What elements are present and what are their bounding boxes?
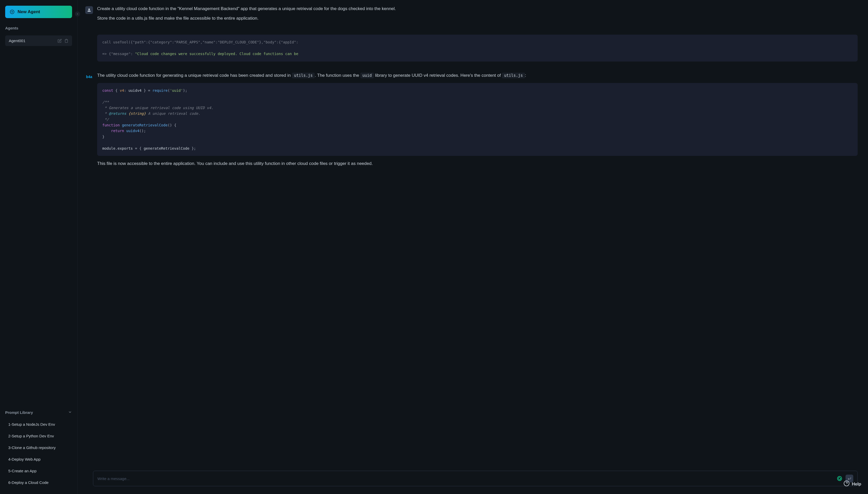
chevron-down-icon bbox=[68, 410, 72, 415]
bot-text: library to generate UUID v4 retrieval co… bbox=[374, 73, 502, 78]
user-message-row: Create a utility cloud code function in … bbox=[85, 5, 858, 24]
agent-item[interactable]: Agent001 bbox=[5, 35, 72, 46]
tool-output-content: call useTool({"path":{"category":"PARSE_… bbox=[97, 31, 858, 65]
user-text-line2: Store the code in a utils.js file and ma… bbox=[97, 15, 858, 22]
new-agent-label: New Agent bbox=[18, 9, 40, 15]
chat-scroll[interactable]: Create a utility cloud code function in … bbox=[78, 0, 868, 467]
new-agent-button[interactable]: New Agent bbox=[5, 6, 72, 18]
svg-point-3 bbox=[837, 476, 842, 481]
bot-message-row: b4a The utility cloud code function for … bbox=[85, 72, 858, 170]
sidebar: New Agent Agents Agent001 bbox=[0, 0, 78, 494]
prompt-item-5[interactable]: 5-Create an App bbox=[5, 465, 72, 477]
prompt-library-header[interactable]: Prompt Library bbox=[5, 408, 72, 417]
code-block-utils-content: const { v4: uuidv4 } = require('uuid'); … bbox=[97, 83, 858, 156]
prompt-list: 1-Setup a NodeJs Dev Env 2-Setup a Pytho… bbox=[5, 419, 72, 488]
message-input[interactable] bbox=[97, 476, 837, 481]
agents-section-title: Agents bbox=[5, 26, 72, 30]
prompt-item-2[interactable]: 2-Setup a Python Dev Env bbox=[5, 430, 72, 442]
help-label: Help bbox=[852, 481, 861, 487]
bot-text: . The function uses the bbox=[315, 73, 360, 78]
prompt-library-section: Prompt Library 1-Setup a NodeJs Dev Env … bbox=[5, 408, 72, 488]
help-icon bbox=[844, 480, 850, 488]
user-avatar bbox=[85, 6, 93, 14]
user-text-line1: Create a utility cloud code function in … bbox=[97, 5, 858, 12]
tool-output-row: call useTool({"path":{"category":"PARSE_… bbox=[85, 31, 858, 65]
bot-para-2: This file is now accessible to the entir… bbox=[97, 160, 858, 167]
prompt-library-title: Prompt Library bbox=[5, 410, 33, 415]
edit-icon[interactable] bbox=[58, 39, 62, 43]
inline-code-utils2: utils.js bbox=[502, 73, 525, 78]
inline-code-uuid: uuid bbox=[360, 73, 374, 78]
agent-name: Agent001 bbox=[9, 39, 25, 43]
inline-code-utils: utils.js bbox=[292, 73, 315, 78]
prompt-item-1[interactable]: 1-Setup a NodeJs Dev Env bbox=[5, 419, 72, 430]
code-block-tool-call: call useTool({"path":{"category":"PARSE_… bbox=[97, 35, 858, 61]
bot-message-content: The utility cloud code function for gene… bbox=[97, 72, 858, 170]
bot-text: The utility cloud code function for gene… bbox=[97, 73, 292, 78]
collapse-sidebar-button[interactable] bbox=[75, 12, 80, 17]
bot-para-1: The utility cloud code function for gene… bbox=[97, 72, 858, 79]
bot-text: : bbox=[525, 73, 526, 78]
prompt-item-6[interactable]: 6-Deploy a Cloud Code bbox=[5, 477, 72, 488]
user-message-content: Create a utility cloud code function in … bbox=[97, 5, 858, 24]
delete-icon[interactable] bbox=[64, 39, 68, 43]
help-widget[interactable]: Help bbox=[844, 480, 861, 488]
bot-avatar: b4a bbox=[85, 73, 93, 81]
prompt-item-4[interactable]: 4-Deploy Web App bbox=[5, 453, 72, 465]
agent-actions bbox=[58, 39, 68, 43]
main-chat-area: Create a utility cloud code function in … bbox=[78, 0, 868, 494]
input-container bbox=[78, 467, 868, 494]
message-input-box bbox=[93, 471, 858, 486]
grammarly-icon[interactable] bbox=[837, 476, 843, 481]
prompt-item-3[interactable]: 3-Clone a Github repository bbox=[5, 442, 72, 453]
plus-icon bbox=[10, 10, 15, 14]
code-line: call useTool({"path":{"category":"PARSE_… bbox=[102, 40, 298, 44]
